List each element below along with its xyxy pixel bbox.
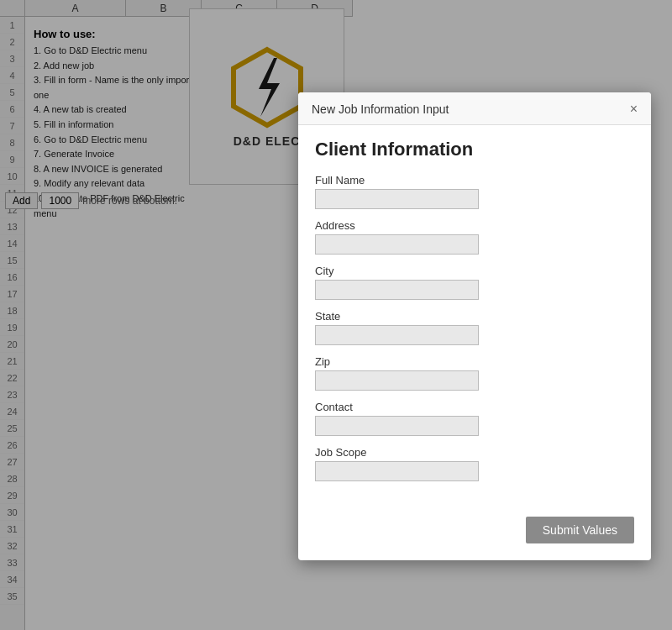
modal-body: Client Information Full NameAddressCityS… (298, 125, 651, 508)
label-state-input: State (315, 310, 634, 323)
form-group-zip-input: Zip (315, 355, 634, 391)
submit-button[interactable]: Submit Values (526, 517, 634, 543)
form-group-contact-input: Contact (315, 401, 634, 436)
modal-footer: Submit Values (298, 508, 651, 560)
modal-header: New Job Information Input × (298, 92, 651, 125)
form-group-city-input: City (315, 265, 634, 300)
form-fields: Full NameAddressCityStateZipContactJob S… (315, 174, 634, 481)
section-heading: Client Information (315, 139, 634, 160)
city-input[interactable] (315, 280, 479, 300)
label-full-name-input: Full Name (315, 174, 634, 186)
full-name-input[interactable] (315, 189, 479, 209)
form-group-job-scope-input: Job Scope (315, 446, 634, 481)
label-job-scope-input: Job Scope (315, 446, 634, 459)
form-group-address-input: Address (315, 219, 634, 255)
state-input[interactable] (315, 325, 479, 345)
contact-input[interactable] (315, 416, 479, 436)
job-scope-input[interactable] (315, 461, 479, 481)
label-city-input: City (315, 265, 634, 277)
form-group-full-name-input: Full Name (315, 174, 634, 209)
modal-title: New Job Information Input (312, 102, 449, 116)
new-job-modal: New Job Information Input × Client Infor… (298, 92, 651, 560)
address-input[interactable] (315, 234, 479, 255)
form-group-state-input: State (315, 310, 634, 345)
modal-close-button[interactable]: × (630, 102, 638, 116)
label-zip-input: Zip (315, 355, 634, 368)
zip-input[interactable] (315, 370, 479, 391)
label-contact-input: Contact (315, 401, 634, 413)
label-address-input: Address (315, 219, 634, 232)
